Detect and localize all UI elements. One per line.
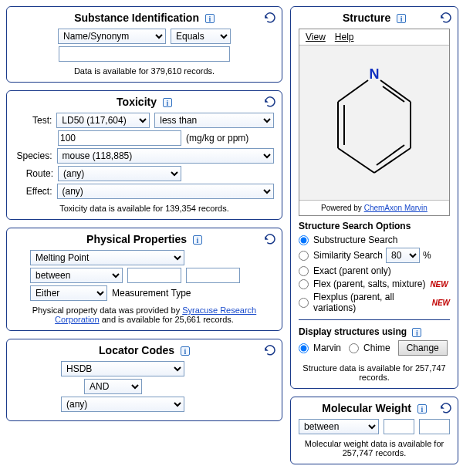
reset-icon[interactable]	[263, 233, 277, 245]
display-head: Display structures using i	[299, 326, 450, 337]
radio-chime-label: Chime	[363, 343, 390, 353]
radio-marvin[interactable]	[299, 343, 309, 353]
panel-title: Molecular Weight i	[299, 402, 450, 414]
value-input[interactable]	[59, 46, 230, 62]
effect-select[interactable]: (any)	[57, 184, 275, 199]
boolean-select[interactable]: AND	[84, 379, 142, 394]
field-select[interactable]: Name/Synonym	[58, 29, 166, 44]
structure-editor[interactable]: View Help N	[299, 29, 450, 216]
percent-label: %	[423, 250, 431, 261]
footnote: Physical property data was provided by S…	[15, 306, 274, 324]
test-operator-select[interactable]: less than	[154, 113, 274, 128]
panel-title: Substance Identification i	[15, 12, 274, 24]
menu-help[interactable]: Help	[335, 32, 354, 42]
structure-menu: View Help	[299, 29, 449, 46]
route-select[interactable]: (any)	[58, 166, 181, 181]
radio-exact-label: Exact (parent only)	[313, 265, 391, 276]
reset-icon[interactable]	[263, 96, 277, 108]
radio-flexplus-label: Flexplus (parent, all variations)	[313, 292, 428, 313]
measurement-type-label: Measurement Type	[112, 288, 191, 299]
title-text: Physical Properties	[86, 233, 187, 245]
molecular-weight-panel: Molecular Weight i between Molecular wei…	[290, 397, 458, 464]
range-lo-input[interactable]	[384, 419, 414, 434]
structure-canvas[interactable]: N	[299, 46, 449, 200]
range-hi-input[interactable]	[186, 268, 240, 283]
radio-similarity-label: Similarity Search	[313, 250, 383, 261]
route-label: Route:	[15, 168, 53, 179]
panel-title: Toxicity i	[15, 96, 274, 108]
chemaxon-link[interactable]: ChemAxon Marvin	[364, 204, 428, 212]
test-label: Test:	[15, 115, 52, 126]
footnote: Toxicity data is available for 139,354 r…	[15, 204, 274, 213]
radio-similarity[interactable]	[299, 251, 309, 261]
change-button[interactable]: Change	[398, 340, 448, 356]
reset-icon[interactable]	[439, 402, 453, 414]
svg-line-2	[380, 80, 411, 102]
svg-line-8	[374, 148, 411, 173]
svg-text:N: N	[370, 66, 380, 82]
measurement-type-select[interactable]: Either	[30, 285, 107, 301]
new-badge: NEW	[430, 280, 448, 289]
title-text: Molecular Weight	[322, 402, 411, 414]
test-value-input[interactable]	[58, 130, 181, 146]
title-text: Substance Identification	[74, 12, 199, 24]
radio-flex[interactable]	[299, 279, 309, 289]
panel-title: Locator Codes i	[15, 344, 274, 356]
toxicity-panel: Toxicity i Test: LD50 (117,604) less tha…	[6, 90, 282, 220]
similarity-percent-select[interactable]: 80	[386, 248, 420, 263]
info-icon[interactable]: i	[417, 404, 427, 414]
panel-title: Structure i	[299, 12, 450, 24]
molecule-pyridine-icon: N	[324, 65, 424, 181]
operator-select[interactable]: between	[299, 419, 379, 434]
footnote: Structure data is available for 257,747 …	[299, 363, 450, 382]
new-badge: NEW	[432, 299, 450, 307]
info-icon[interactable]: i	[163, 98, 172, 107]
radio-chime[interactable]	[349, 343, 359, 353]
structure-panel: Structure i View Help N	[290, 6, 458, 389]
range-hi-input[interactable]	[419, 419, 450, 434]
source-2-select[interactable]: (any)	[61, 397, 184, 412]
test-select[interactable]: LD50 (117,604)	[56, 113, 150, 128]
operator-select[interactable]: between	[30, 268, 123, 283]
effect-label: Effect:	[15, 186, 52, 197]
property-select[interactable]: Melting Point	[30, 250, 184, 265]
radio-substructure[interactable]	[299, 235, 309, 245]
radio-substructure-label: Substructure Search	[313, 235, 397, 245]
svg-line-1	[338, 80, 368, 102]
species-select[interactable]: mouse (118,885)	[57, 148, 275, 164]
info-icon[interactable]: i	[205, 14, 215, 23]
title-text: Locator Codes	[99, 344, 174, 356]
footnote: Molecular weight data is available for 2…	[299, 439, 450, 457]
units-label: (mg/kg or ppm)	[186, 133, 248, 143]
search-options-head: Structure Search Options	[299, 221, 450, 231]
reset-icon[interactable]	[263, 12, 277, 24]
svg-line-7	[338, 148, 374, 173]
info-icon[interactable]: i	[181, 346, 190, 356]
locator-codes-panel: Locator Codes i HSDB AND (any)	[6, 339, 282, 421]
menu-view[interactable]: View	[306, 32, 326, 42]
powered-by: Powered by ChemAxon Marvin	[299, 200, 449, 215]
reset-icon[interactable]	[263, 344, 277, 356]
info-icon[interactable]: i	[397, 14, 406, 23]
radio-flex-label: Flex (parent, salts, mixture)	[313, 279, 425, 289]
info-icon[interactable]: i	[193, 235, 202, 245]
panel-title: Physical Properties i	[15, 233, 274, 245]
info-icon[interactable]: i	[412, 328, 421, 337]
radio-flexplus[interactable]	[299, 298, 309, 308]
radio-marvin-label: Marvin	[313, 343, 341, 353]
source-1-select[interactable]: HSDB	[61, 361, 184, 376]
divider	[299, 319, 450, 320]
reset-icon[interactable]	[439, 12, 453, 24]
species-label: Species:	[15, 150, 52, 161]
substance-identification-panel: Substance Identification i Name/Synonym …	[6, 6, 282, 83]
footnote: Data is available for 379,610 records.	[15, 66, 274, 76]
title-text: Structure	[343, 12, 390, 24]
operator-select[interactable]: Equals	[171, 29, 231, 44]
radio-exact[interactable]	[299, 266, 309, 276]
physical-properties-panel: Physical Properties i Melting Point betw…	[6, 228, 282, 331]
range-lo-input[interactable]	[127, 268, 181, 283]
title-text: Toxicity	[117, 96, 157, 108]
